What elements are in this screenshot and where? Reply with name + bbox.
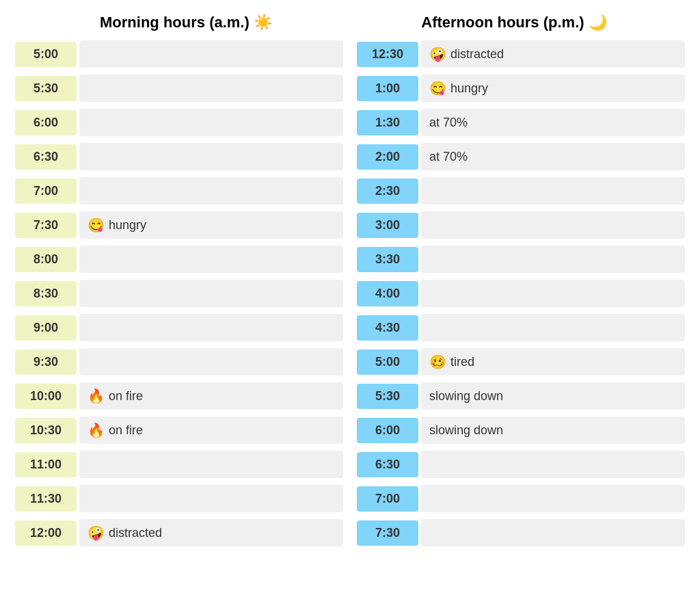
status-emoji: 🤪 — [88, 525, 105, 541]
table-row: 11:00 — [15, 449, 343, 480]
morning-time-cell: 10:00 — [15, 384, 77, 409]
afternoon-status-cell: 😋hungry — [421, 75, 685, 102]
afternoon-time-cell: 3:00 — [357, 213, 418, 238]
morning-status-cell — [79, 348, 343, 375]
table-row: 6:30 — [357, 449, 685, 480]
afternoon-time-cell: 3:30 — [357, 247, 418, 272]
column-headers: Morning hours (a.m.) ☀️ Afternoon hours … — [15, 14, 685, 31]
morning-status-cell: 🔥on fire — [79, 382, 343, 410]
table-row: 4:30 — [357, 312, 685, 343]
table-row: 2:30 — [357, 175, 685, 207]
table-row: 5:30slowing down — [357, 380, 685, 412]
table-row: 8:00 — [15, 243, 343, 275]
afternoon-status-cell: slowing down — [421, 382, 685, 410]
afternoon-status-cell — [421, 280, 685, 307]
table-row: 4:00 — [357, 278, 685, 309]
morning-time-cell: 6:00 — [15, 110, 77, 135]
afternoon-status-cell — [421, 519, 685, 546]
status-text: distracted — [109, 526, 162, 540]
afternoon-status-cell: at 70% — [421, 143, 685, 170]
morning-time-cell: 6:30 — [15, 144, 77, 170]
afternoon-status-cell — [421, 177, 685, 204]
morning-time-cell: 10:30 — [15, 418, 77, 443]
afternoon-time-cell: 2:00 — [357, 144, 418, 170]
morning-time-cell: 11:30 — [15, 486, 77, 512]
morning-status-cell: 🔥on fire — [79, 416, 343, 444]
table-row: 5:00 — [15, 38, 343, 70]
status-emoji: 🥴 — [429, 354, 446, 370]
morning-status-cell — [79, 109, 343, 136]
afternoon-status-cell — [421, 451, 685, 478]
afternoon-time-cell: 5:00 — [357, 349, 418, 375]
table-row: 10:00🔥on fire — [15, 380, 343, 412]
afternoon-time-cell: 4:30 — [357, 315, 418, 341]
morning-time-cell: 7:30 — [15, 213, 77, 238]
table-row: 7:30😋hungry — [15, 209, 343, 241]
table-row: 1:00😋hungry — [357, 72, 685, 104]
table-row: 7:00 — [357, 483, 685, 514]
afternoon-status-cell: at 70% — [421, 109, 685, 136]
afternoon-status-cell: 🤪distracted — [421, 40, 685, 68]
morning-status-cell — [79, 40, 343, 68]
morning-status-cell — [79, 451, 343, 478]
table-row: 12:30🤪distracted — [357, 38, 685, 70]
table-row: 7:00 — [15, 175, 343, 207]
morning-column: 5:005:306:006:307:007:30😋hungry8:008:309… — [15, 38, 343, 548]
status-emoji: 🔥 — [88, 388, 105, 404]
afternoon-status-cell: 🥴tired — [421, 348, 685, 375]
status-text: tired — [450, 355, 474, 369]
table-row: 3:30 — [357, 243, 685, 275]
table-row: 11:30 — [15, 483, 343, 514]
table-row: 6:00slowing down — [357, 414, 685, 446]
status-text: slowing down — [429, 423, 503, 438]
morning-status-cell — [79, 75, 343, 102]
table-row: 3:00 — [357, 209, 685, 241]
morning-status-cell — [79, 177, 343, 204]
table-row: 8:30 — [15, 278, 343, 309]
afternoon-header: Afternoon hours (p.m.) 🌙 — [350, 14, 678, 31]
afternoon-time-cell: 2:30 — [357, 178, 418, 204]
table-row: 9:00 — [15, 312, 343, 343]
morning-time-cell: 8:30 — [15, 281, 77, 306]
afternoon-time-cell: 12:30 — [357, 42, 418, 67]
morning-time-cell: 12:00 — [15, 520, 77, 546]
main-container: Morning hours (a.m.) ☀️ Afternoon hours … — [15, 14, 685, 548]
afternoon-status-cell: slowing down — [421, 416, 685, 444]
morning-time-cell: 5:30 — [15, 76, 77, 101]
afternoon-time-cell: 7:00 — [357, 486, 418, 512]
table-row: 9:30 — [15, 346, 343, 378]
status-text: hungry — [109, 218, 146, 233]
status-text: on fire — [109, 389, 143, 404]
afternoon-time-cell: 6:30 — [357, 452, 418, 477]
status-text: slowing down — [429, 389, 503, 404]
morning-status-cell: 😋hungry — [79, 211, 343, 239]
table-row: 6:00 — [15, 107, 343, 138]
afternoon-status-cell — [421, 485, 685, 512]
afternoon-time-cell: 4:00 — [357, 281, 418, 306]
afternoon-time-cell: 6:00 — [357, 418, 418, 443]
status-text: at 70% — [429, 116, 468, 130]
morning-time-cell: 7:00 — [15, 178, 77, 204]
morning-status-cell — [79, 314, 343, 341]
morning-time-cell: 11:00 — [15, 452, 77, 477]
status-emoji: 😋 — [88, 217, 105, 233]
status-text: distracted — [450, 47, 504, 62]
morning-status-cell — [79, 485, 343, 512]
afternoon-status-cell — [421, 314, 685, 341]
morning-status-cell — [79, 246, 343, 273]
table-row: 5:30 — [15, 72, 343, 104]
status-text: at 70% — [429, 150, 468, 164]
status-text: hungry — [450, 81, 488, 96]
schedule-grid: 5:005:306:006:307:007:30😋hungry8:008:309… — [15, 38, 685, 548]
table-row: 2:00at 70% — [357, 141, 685, 172]
status-emoji: 🤪 — [429, 46, 446, 62]
afternoon-time-cell: 1:30 — [357, 110, 418, 135]
morning-status-cell — [79, 280, 343, 307]
afternoon-time-cell: 5:30 — [357, 384, 418, 409]
morning-time-cell: 5:00 — [15, 42, 77, 67]
morning-status-cell: 🤪distracted — [79, 519, 343, 546]
status-emoji: 😋 — [429, 80, 446, 96]
morning-status-cell — [79, 143, 343, 170]
table-row: 5:00🥴tired — [357, 346, 685, 378]
morning-time-cell: 8:00 — [15, 247, 77, 272]
